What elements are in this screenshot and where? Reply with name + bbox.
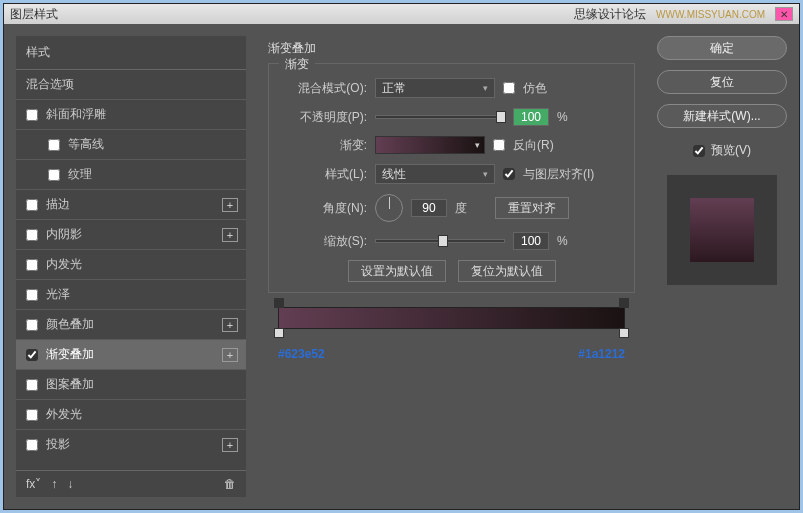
opacity-slider[interactable]: [375, 115, 505, 119]
dither-label: 仿色: [523, 80, 547, 97]
sidebar: 样式 混合选项 斜面和浮雕等高线纹理描边+内阴影+内发光光泽颜色叠加+渐变叠加+…: [16, 36, 246, 497]
gradient-picker[interactable]: ▾: [375, 136, 485, 154]
reverse-checkbox[interactable]: [493, 139, 505, 151]
sidebar-item-0[interactable]: 斜面和浮雕: [16, 99, 246, 129]
sidebar-item-11[interactable]: 投影+: [16, 429, 246, 459]
opacity-input[interactable]: [513, 108, 549, 126]
style-item-label: 等高线: [68, 136, 104, 153]
forum-text: 思缘设计论坛: [574, 6, 646, 23]
add-effect-button[interactable]: +: [222, 318, 238, 332]
style-item-label: 颜色叠加: [46, 316, 94, 333]
angle-unit: 度: [455, 200, 467, 217]
style-checkbox[interactable]: [26, 109, 38, 121]
hex-left: #623e52: [278, 347, 325, 361]
sidebar-item-1[interactable]: 等高线: [16, 129, 246, 159]
add-effect-button[interactable]: +: [222, 198, 238, 212]
color-stop-left[interactable]: [274, 328, 284, 338]
opacity-stop-right[interactable]: [619, 298, 629, 308]
style-item-label: 描边: [46, 196, 70, 213]
fx-menu[interactable]: fx˅: [26, 477, 41, 491]
style-item-label: 渐变叠加: [46, 346, 94, 363]
style-select[interactable]: 线性▾: [375, 164, 495, 184]
slider-thumb[interactable]: [496, 111, 506, 123]
align-label: 与图层对齐(I): [523, 166, 594, 183]
style-checkbox[interactable]: [26, 319, 38, 331]
scale-input[interactable]: [513, 232, 549, 250]
preview-checkbox[interactable]: [693, 145, 705, 157]
sidebar-item-10[interactable]: 外发光: [16, 399, 246, 429]
opacity-stop-left[interactable]: [274, 298, 284, 308]
ok-button[interactable]: 确定: [657, 36, 787, 60]
style-checkbox[interactable]: [26, 259, 38, 271]
layer-style-dialog: 图层样式 思缘设计论坛 WWW.MISSYUAN.COM ✕ 样式 混合选项 斜…: [3, 3, 800, 510]
close-button[interactable]: ✕: [775, 7, 793, 21]
opacity-label: 不透明度(P):: [283, 109, 367, 126]
sidebar-item-2[interactable]: 纹理: [16, 159, 246, 189]
preview-label: 预览(V): [711, 142, 751, 159]
sidebar-item-8[interactable]: 渐变叠加+: [16, 339, 246, 369]
add-effect-button[interactable]: +: [222, 438, 238, 452]
new-style-button[interactable]: 新建样式(W)...: [657, 104, 787, 128]
angle-input[interactable]: [411, 199, 447, 217]
fieldset-legend: 渐变: [279, 56, 315, 73]
sidebar-header: 样式: [16, 36, 246, 69]
style-checkbox[interactable]: [26, 409, 38, 421]
set-default-button[interactable]: 设置为默认值: [348, 260, 446, 282]
sidebar-item-6[interactable]: 光泽: [16, 279, 246, 309]
add-effect-button[interactable]: +: [222, 228, 238, 242]
style-checkbox[interactable]: [26, 289, 38, 301]
blend-mode-select[interactable]: 正常▾: [375, 78, 495, 98]
align-checkbox[interactable]: [503, 168, 515, 180]
style-item-label: 内发光: [46, 256, 82, 273]
sidebar-item-4[interactable]: 内阴影+: [16, 219, 246, 249]
style-checkbox[interactable]: [48, 139, 60, 151]
opacity-unit: %: [557, 110, 568, 124]
titlebar: 图层样式 思缘设计论坛 WWW.MISSYUAN.COM ✕: [4, 4, 799, 24]
sidebar-blend-options[interactable]: 混合选项: [16, 69, 246, 99]
sidebar-item-9[interactable]: 图案叠加: [16, 369, 246, 399]
angle-dial[interactable]: [375, 194, 403, 222]
style-checkbox[interactable]: [26, 379, 38, 391]
style-checkbox[interactable]: [26, 349, 38, 361]
add-effect-button[interactable]: +: [222, 348, 238, 362]
sidebar-footer: fx˅ ↑ ↓ 🗑: [16, 470, 246, 497]
chevron-down-icon: ▾: [475, 140, 480, 150]
style-checkbox[interactable]: [26, 439, 38, 451]
gradient-fieldset: 渐变 混合模式(O): 正常▾ 仿色 不透明度(P): % 渐变:: [268, 63, 635, 293]
arrow-down-icon[interactable]: ↓: [67, 477, 73, 491]
style-label: 样式(L):: [283, 166, 367, 183]
style-item-label: 图案叠加: [46, 376, 94, 393]
right-panel: 确定 复位 新建样式(W)... 预览(V): [657, 36, 787, 497]
dither-checkbox[interactable]: [503, 82, 515, 94]
style-item-label: 外发光: [46, 406, 82, 423]
sidebar-item-5[interactable]: 内发光: [16, 249, 246, 279]
gradient-label: 渐变:: [283, 137, 367, 154]
angle-label: 角度(N):: [283, 200, 367, 217]
color-stop-right[interactable]: [619, 328, 629, 338]
arrow-up-icon[interactable]: ↑: [51, 477, 57, 491]
reset-align-button[interactable]: 重置对齐: [495, 197, 569, 219]
preview-swatch: [690, 198, 754, 262]
reset-default-button[interactable]: 复位为默认值: [458, 260, 556, 282]
section-title: 渐变叠加: [268, 40, 635, 57]
slider-thumb[interactable]: [438, 235, 448, 247]
sidebar-item-3[interactable]: 描边+: [16, 189, 246, 219]
sidebar-item-7[interactable]: 颜色叠加+: [16, 309, 246, 339]
style-item-label: 斜面和浮雕: [46, 106, 106, 123]
style-checkbox[interactable]: [26, 229, 38, 241]
style-item-label: 内阴影: [46, 226, 82, 243]
hex-right: #1a1212: [578, 347, 625, 361]
style-checkbox[interactable]: [48, 169, 60, 181]
cancel-button[interactable]: 复位: [657, 70, 787, 94]
reverse-label: 反向(R): [513, 137, 554, 154]
style-item-label: 纹理: [68, 166, 92, 183]
window-title: 图层样式: [10, 6, 58, 23]
scale-slider[interactable]: [375, 239, 505, 243]
gradient-editor: #623e52 #1a1212: [268, 307, 635, 361]
chevron-down-icon: ▾: [483, 83, 488, 93]
main-panel: 渐变叠加 渐变 混合模式(O): 正常▾ 仿色 不透明度(P): %: [258, 36, 645, 497]
trash-icon[interactable]: 🗑: [224, 477, 236, 491]
style-checkbox[interactable]: [26, 199, 38, 211]
gradient-bar[interactable]: [278, 307, 625, 329]
blend-mode-label: 混合模式(O):: [283, 80, 367, 97]
